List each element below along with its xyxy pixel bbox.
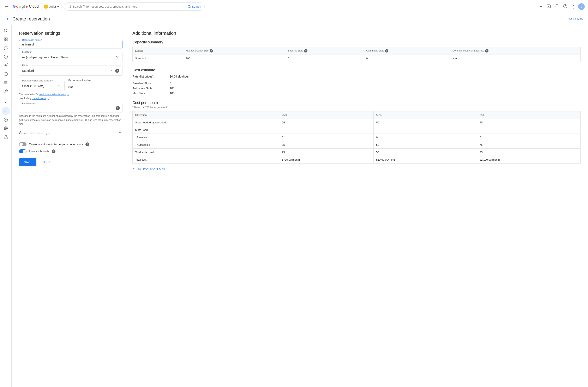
row-val-baseline-75: 0 bbox=[477, 134, 580, 141]
row-val-total-slots-75: 75 bbox=[477, 149, 580, 156]
cap-edition: Standard bbox=[133, 55, 183, 62]
sidebar bbox=[0, 25, 12, 387]
toggle-1-switch[interactable] bbox=[19, 142, 26, 146]
max-available-slots-link[interactable]: maximum available slots bbox=[39, 93, 66, 96]
baseline-help-icon-tbl[interactable]: ? bbox=[304, 49, 307, 53]
row-val-total-slots-25: 25 bbox=[279, 149, 374, 156]
svg-rect-10 bbox=[6, 40, 7, 41]
toggle-1-row: Override automatic target job concurrenc… bbox=[19, 142, 123, 146]
max-res-size-value: 100 bbox=[68, 83, 123, 91]
edition-help-icon[interactable]: ? bbox=[115, 69, 119, 73]
row-val-total-cost-50: $1,460.00/month bbox=[374, 156, 477, 164]
additional-info-title: Additional information bbox=[132, 31, 581, 36]
help-icon-btn[interactable] bbox=[562, 2, 569, 11]
edition-value: Standard bbox=[22, 69, 109, 72]
sidebar-item-monitoring[interactable] bbox=[2, 116, 10, 124]
commitment-help-icon[interactable]: ? bbox=[485, 49, 488, 53]
max-res-size-label: Max reservation size bbox=[68, 79, 123, 82]
toggle-2-help-icon[interactable]: ? bbox=[52, 150, 55, 153]
toggle-2-knob bbox=[23, 150, 26, 153]
sidebar-item-transfers[interactable] bbox=[2, 44, 10, 52]
table-row-baseline: Baseline 0 0 0 bbox=[133, 134, 581, 141]
row-val-autoscaled-50: 50 bbox=[374, 141, 477, 149]
monthly-table: Utilization 25% 50% 75% Slots needed by … bbox=[132, 111, 581, 164]
cap-col-commitment: Commitment (% of Baseline) ? bbox=[450, 47, 580, 55]
estimate-options-label: ESTIMATE OPTIONS bbox=[137, 167, 166, 170]
row-val-total-cost-25: $730.00/month bbox=[279, 156, 374, 164]
search-input[interactable] bbox=[73, 5, 186, 8]
cost-per-month-section: Cost per month * Based on 730 hours per … bbox=[132, 101, 581, 171]
table-row-total-cost: Total cost $730.00/month $1,460.00/month… bbox=[133, 156, 581, 164]
toggle-2-switch[interactable] bbox=[19, 149, 26, 154]
toggle-1-label: Override automatic target job concurrenc… bbox=[29, 143, 83, 146]
baseline-slots-desc: Baseline is the minimum number of slots … bbox=[19, 114, 123, 126]
project-selector[interactable]: J Jinjat ▾ bbox=[41, 3, 62, 10]
svg-point-23 bbox=[4, 118, 7, 122]
estimate-options[interactable]: ESTIMATE OPTIONS bbox=[132, 167, 581, 171]
svg-point-6 bbox=[4, 29, 7, 32]
max-res-size-display: Max reservation size 100 bbox=[68, 79, 123, 91]
autoscale-slots-row: Autoscale Slots: 100 bbox=[132, 87, 581, 90]
sidebar-item-dot[interactable] bbox=[2, 98, 10, 106]
sidebar-item-studio[interactable] bbox=[2, 124, 10, 133]
main-container: Reservation settings Reservation name * … bbox=[0, 25, 588, 387]
top-nav: ☰ GoogleCloud J Jinjat ▾ Search ✦ ⋮ J bbox=[0, 0, 588, 13]
row-label-total-cost: Total cost bbox=[133, 156, 279, 164]
capacity-table: Edition Max reservation size ? Baseline … bbox=[132, 47, 581, 62]
save-button[interactable]: SAVE bbox=[19, 158, 36, 166]
monthly-col-50: 50% bbox=[374, 111, 477, 119]
toggle-1-help-icon[interactable]: ? bbox=[85, 142, 89, 146]
committed-help-icon[interactable]: ? bbox=[385, 49, 388, 53]
location-chevron-icon bbox=[115, 55, 119, 59]
back-button[interactable] bbox=[5, 17, 10, 21]
sidebar-item-list[interactable] bbox=[2, 78, 10, 87]
row-label-baseline: Baseline bbox=[133, 134, 279, 141]
toggle-2-label: Ignore idle slots bbox=[29, 150, 49, 153]
row-label-slots-used: Slots used bbox=[133, 126, 279, 134]
sidebar-item-dashboard[interactable] bbox=[2, 35, 10, 43]
sidebar-item-add[interactable] bbox=[2, 70, 10, 78]
maxres-help-icon[interactable]: ? bbox=[210, 49, 213, 53]
capacity-table-header: Edition Max reservation size ? Baseline … bbox=[133, 47, 581, 55]
sidebar-item-tools[interactable] bbox=[2, 87, 10, 96]
sidebar-item-lock[interactable] bbox=[2, 133, 10, 141]
sidebar-divider-1 bbox=[2, 97, 9, 97]
search-button[interactable]: Search bbox=[188, 5, 201, 8]
svg-rect-9 bbox=[4, 40, 5, 41]
cost-estimate-section: Cost estimate Rate (list prices): $0.04 … bbox=[132, 68, 581, 95]
baseline-slots-cost-label: Baseline Slots: bbox=[132, 82, 170, 85]
cancel-button[interactable]: CANCEL bbox=[40, 158, 55, 166]
avatar[interactable]: J bbox=[578, 3, 585, 10]
max-slots-value: 100 bbox=[170, 92, 174, 95]
hamburger-menu[interactable]: ☰ bbox=[3, 2, 10, 11]
sidebar-item-search[interactable] bbox=[2, 26, 10, 35]
location-group: Location * us (multiple regions in Unite… bbox=[19, 52, 123, 62]
sub-nav: Create reservation LEARN bbox=[0, 13, 588, 25]
more-icon-btn[interactable]: ⋮ bbox=[570, 2, 577, 11]
bell-icon-btn[interactable] bbox=[553, 2, 561, 11]
svg-rect-2 bbox=[547, 4, 550, 8]
sidebar-item-analytics[interactable] bbox=[2, 107, 10, 115]
baseline-help-icon[interactable]: ? bbox=[116, 106, 120, 110]
max-res-selector-label: Max reservation size selector * bbox=[21, 79, 54, 82]
baseline-slots-input[interactable] bbox=[22, 106, 114, 110]
advanced-settings-header[interactable]: Advanced settings bbox=[19, 130, 123, 139]
reservation-name-input[interactable] bbox=[22, 43, 119, 46]
sidebar-item-explore[interactable] bbox=[2, 61, 10, 69]
learn-button[interactable]: LEARN bbox=[568, 17, 583, 21]
table-row-autoscaled: Autoscaled 25 50 75 bbox=[133, 141, 581, 149]
sidebar-item-history[interactable] bbox=[2, 53, 10, 61]
terminal-icon-btn[interactable] bbox=[545, 2, 552, 11]
cap-col-edition: Edition bbox=[133, 47, 183, 55]
max-slots-row: Max Slots: 100 bbox=[132, 92, 581, 95]
search-container[interactable]: Search bbox=[64, 2, 205, 11]
cap-commitment: N/A bbox=[450, 55, 580, 62]
cost-per-month-title: Cost per month bbox=[132, 101, 581, 105]
max-slots-label: Max Slots: bbox=[132, 92, 170, 95]
row-label-slots-needed: Slots needed by workload bbox=[133, 119, 279, 126]
google-cloud-logo: GoogleCloud bbox=[13, 4, 39, 9]
location-label: Location * bbox=[21, 51, 33, 53]
row-val-baseline-25: 0 bbox=[279, 134, 374, 141]
sparkle-icon-btn[interactable]: ✦ bbox=[538, 3, 544, 11]
commitments-link[interactable]: commitments bbox=[32, 97, 46, 100]
